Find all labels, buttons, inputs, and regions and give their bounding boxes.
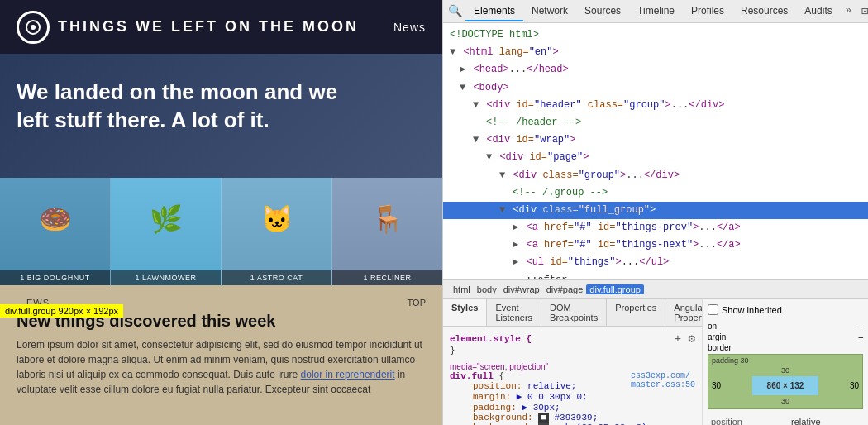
padding-right: 30 [850,381,859,390]
dom-breadcrumb: html body div#wrap div#page div.full.gro… [443,279,868,299]
gallery-thumb: 🍩 [0,178,110,260]
pos-label: on [708,322,717,331]
tab-sources[interactable]: Sources [576,2,629,21]
box-props-table: position relative margin – border – padd… [708,414,863,425]
box-border-row: border [708,343,863,352]
nav-news: News [393,21,426,34]
tab-angularjs[interactable]: AngularJS Properties [665,299,703,326]
dom-group-div[interactable]: ▼ <div class="group">...</div> [443,167,868,184]
dom-html[interactable]: ▼ <html lang="en"> [443,44,868,61]
dock-icon[interactable]: ⊡ [856,3,868,20]
box-margin-row: argin – [708,332,863,341]
border-label: border [708,343,732,352]
tab-dom-breakpoints[interactable]: DOM Breakpoints [541,299,607,326]
dom-body[interactable]: ▼ <body> [443,79,868,97]
show-inherited-label: Show inherited [722,305,782,315]
styles-content: element.style { + ⚙ } media="screen, pro… [443,327,702,425]
tab-timeline[interactable]: Timeline [629,2,683,21]
box-model-visual: on – argin – border padding 30 30 30 [708,322,863,425]
gallery-item: 🍩 1 BIG DOUGHNUT [0,178,111,285]
gallery-item: 🌿 1 LAWNMOWER [111,178,222,285]
gallery-thumb: 🌿 [111,178,221,260]
prop-row: position relative [709,416,861,425]
section-nav: TOP [408,298,426,308]
dom-header-div[interactable]: ▼ <div id="header" class="group">...</di… [443,97,868,114]
article-body: Lorem ipsum dolor sit amet, consectetur … [17,337,426,397]
tab-styles[interactable]: Styles [443,299,487,326]
margin-dash: – [858,332,863,341]
css-open-brace: { [498,371,504,381]
breadcrumb-full-group[interactable]: div.full.group [586,284,644,294]
devtools-actions: ⊡ ⚙ ✕ [856,3,868,20]
add-style-button[interactable]: + ⚙ [675,332,695,346]
gallery-item: 🐱 1 ASTRO CAT [222,178,332,285]
site-title: THINGS WE LEFT ON THE MOON [58,18,359,36]
css-rule-divfull: media="screen, projection" div.full css3… [450,362,695,425]
dom-full-group[interactable]: ▼ <div class="full_group"> [443,202,868,219]
tab-properties[interactable]: Properties [607,299,665,326]
tab-resources[interactable]: Resources [732,2,796,21]
dom-head[interactable]: ▶ <head>...</head> [443,61,868,79]
tab-event-listeners[interactable]: Event Listeners [487,299,541,326]
more-tabs[interactable]: » [841,2,856,21]
gallery-thumb: 🪑 [332,178,442,260]
hero-text: We landed on the moon and we left stuff … [17,79,364,135]
hero-section: We landed on the moon and we left stuff … [0,54,442,178]
content-box: 860 × 132 [752,376,818,395]
padding-sides: 30 860 × 132 30 [712,376,859,395]
dom-things-prev[interactable]: ▶ <a href="#" id="things-prev">...</a> [443,219,868,236]
css-media: media="screen, projection" [450,362,695,371]
dom-page[interactable]: ▼ <div id="page"> [443,149,868,166]
box-position-row: on – [708,322,863,331]
breadcrumb-wrap[interactable]: div#wrap [500,284,543,294]
dom-after: ::after [443,272,868,279]
padding-left: 30 [712,381,721,390]
css-selector: div.full [450,371,494,381]
css-source[interactable]: css3exp.com/master.css:50 [631,371,695,389]
prop-name: position [709,416,788,425]
devtools-panel: 🔍 Elements Network Sources Timeline Prof… [442,0,868,425]
article-link[interactable]: dolor in reprehenderit [301,369,395,380]
site-header: THINGS WE LEFT ON THE MOON News [0,0,442,54]
styles-left: Styles Event Listeners DOM Breakpoints P… [443,299,703,425]
gallery-item: 🪑 1 RECLINER [332,178,442,285]
gallery-label: 1 RECLINER [332,270,442,285]
breadcrumb-page[interactable]: div#page [543,284,587,294]
element-style-close: } [450,346,455,356]
gallery-label: 1 ASTRO CAT [222,270,331,285]
tab-audits[interactable]: Audits [796,2,840,21]
devtools-topbar: 🔍 Elements Network Sources Timeline Prof… [443,0,868,23]
dom-things-next[interactable]: ▶ <a href="#" id="things-next">...</a> [443,236,868,254]
prop-val: relative [789,416,861,425]
padding-top: 30 [712,366,859,375]
breadcrumb-body[interactable]: body [474,284,500,294]
dom-doctype: <!DOCTYPE html> [443,26,868,44]
box-model-panel: Show inherited on – argin – border pad [703,299,868,425]
styles-tabs: Styles Event Listeners DOM Breakpoints P… [443,299,702,327]
dom-comment-header: <!-- /header --> [443,114,868,131]
breadcrumb-html[interactable]: html [450,284,474,294]
margin-label: argin [708,332,726,341]
element-style-selector: element.style { [450,334,532,344]
padding-bottom: 30 [712,397,859,405]
dom-wrap[interactable]: ▼ <div id="wrap"> [443,131,868,149]
show-inherited: Show inherited [708,304,863,315]
tab-elements[interactable]: Elements [465,2,523,21]
styles-panel: Styles Event Listeners DOM Breakpoints P… [443,299,868,425]
dom-comment-group: <!-- /.group --> [443,184,868,202]
color-swatch-1: ■ [538,413,549,423]
gallery-thumb: 🐱 [222,178,331,260]
devtools-tabs: Elements Network Sources Timeline Profil… [465,2,856,21]
dom-things-ul[interactable]: ▶ <ul id="things">...</ul> [443,254,868,271]
website-preview: THINGS WE LEFT ON THE MOON News We lande… [0,0,442,425]
gallery-label: 1 LAWNMOWER [111,270,221,285]
padding-box: padding 30 30 30 860 × 132 30 30 [708,354,863,409]
dom-tree: <!DOCTYPE html> ▼ <html lang="en"> ▶ <he… [443,23,868,279]
search-icon[interactable]: 🔍 [448,4,462,18]
logo-icon [17,11,50,44]
pos-dash: – [858,322,863,331]
show-inherited-checkbox[interactable] [708,304,718,315]
padding-label: padding 30 [712,356,749,365]
tab-network[interactable]: Network [523,2,576,21]
tab-profiles[interactable]: Profiles [683,2,732,21]
